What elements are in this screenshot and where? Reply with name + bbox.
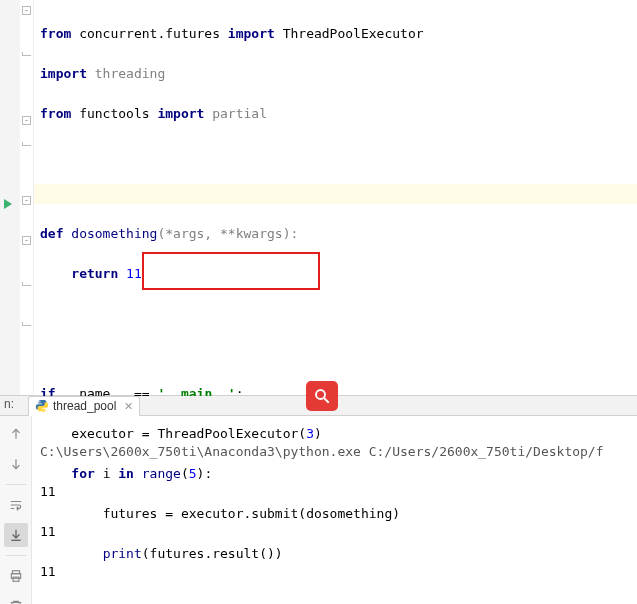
- code-editor[interactable]: - - - - from concurrent.futures import T…: [0, 0, 637, 395]
- keyword: def: [40, 226, 63, 241]
- code-line[interactable]: return 11: [40, 264, 631, 284]
- keyword: import: [40, 66, 87, 81]
- builtin: print: [103, 546, 142, 561]
- tab-label: thread_pool: [53, 399, 116, 413]
- fold-toggle-icon[interactable]: -: [22, 236, 31, 245]
- keyword: in: [118, 466, 134, 481]
- identifier: executor: [71, 426, 134, 441]
- run-line-icon[interactable]: [4, 199, 12, 209]
- module: concurrent.futures: [79, 26, 220, 41]
- console-tab[interactable]: thread_pool ✕: [28, 396, 140, 416]
- code-line[interactable]: import threading: [40, 64, 631, 84]
- code-line[interactable]: print(futures.result()): [40, 544, 631, 564]
- code-line[interactable]: [40, 344, 631, 364]
- python-file-icon: [35, 399, 49, 413]
- keyword: return: [71, 266, 118, 281]
- svg-point-3: [43, 410, 44, 411]
- svg-line-1: [324, 398, 329, 403]
- soft-wrap-icon[interactable]: [4, 493, 28, 517]
- code-line[interactable]: executor = ThreadPoolExecutor(3): [40, 424, 631, 444]
- keyword: from: [40, 26, 71, 41]
- fold-end-icon: [22, 52, 31, 56]
- tab-prefix-label: n:: [0, 397, 14, 411]
- close-icon[interactable]: ✕: [120, 400, 133, 413]
- function-name: dosomething: [71, 226, 157, 241]
- separator: [6, 484, 26, 485]
- print-icon[interactable]: [4, 564, 28, 588]
- code-line[interactable]: for i in range(5):: [40, 464, 631, 484]
- fold-end-icon: [22, 282, 31, 286]
- code-line[interactable]: [40, 144, 631, 164]
- trash-icon[interactable]: [4, 594, 28, 604]
- code-line[interactable]: from functools import partial: [40, 104, 631, 124]
- number: 3: [306, 426, 314, 441]
- keyword: for: [71, 466, 94, 481]
- identifier: futures: [103, 506, 158, 521]
- keyword: import: [228, 26, 275, 41]
- code-line[interactable]: [40, 304, 631, 324]
- svg-point-2: [39, 401, 40, 402]
- module: threading: [95, 66, 165, 81]
- scroll-down-icon[interactable]: [4, 452, 28, 476]
- search-badge-icon[interactable]: [306, 381, 338, 411]
- scroll-up-icon[interactable]: [4, 422, 28, 446]
- code-line[interactable]: from concurrent.futures import ThreadPoo…: [40, 24, 631, 44]
- scroll-to-end-icon[interactable]: [4, 523, 28, 547]
- svg-point-0: [316, 390, 325, 399]
- keyword: from: [40, 106, 71, 121]
- keyword: import: [157, 106, 204, 121]
- code-line[interactable]: def dosomething(*args, **kwargs):: [40, 224, 631, 244]
- expression: futures.result(): [150, 546, 275, 561]
- fold-gutter: - - - -: [20, 0, 34, 395]
- identifier: partial: [212, 106, 267, 121]
- fold-end-icon: [22, 322, 31, 326]
- class-name: ThreadPoolExecutor: [157, 426, 298, 441]
- fold-toggle-icon[interactable]: -: [22, 196, 31, 205]
- code-line[interactable]: futures = executor.submit(dosomething): [40, 504, 631, 524]
- number: 5: [189, 466, 197, 481]
- params: (*args, **kwargs):: [157, 226, 298, 241]
- console-toolbar: [0, 416, 32, 604]
- fold-toggle-icon[interactable]: -: [22, 6, 31, 15]
- highlighted-line[interactable]: [34, 184, 637, 204]
- code-content[interactable]: from concurrent.futures import ThreadPoo…: [34, 0, 637, 395]
- fold-end-icon: [22, 142, 31, 146]
- separator: [6, 555, 26, 556]
- editor-left-gutter: [0, 0, 20, 395]
- number: 11: [126, 266, 142, 281]
- module: functools: [79, 106, 149, 121]
- builtin: range: [142, 466, 181, 481]
- identifier: ThreadPoolExecutor: [283, 26, 424, 41]
- expression: executor.submit(dosomething): [181, 506, 400, 521]
- fold-toggle-icon[interactable]: -: [22, 116, 31, 125]
